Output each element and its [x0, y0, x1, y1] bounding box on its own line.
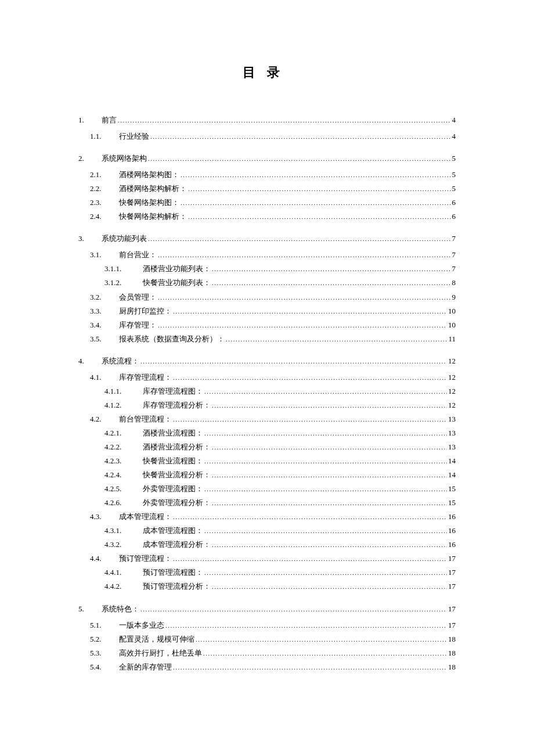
- toc-page-number: 17: [448, 618, 456, 632]
- toc-entry[interactable]: 5.2.配置灵活，规模可伸缩18: [78, 632, 456, 646]
- toc-entry[interactable]: 4.1.库存管理流程：12: [78, 370, 456, 384]
- toc-entry[interactable]: 3.2.会员管理：9: [78, 290, 456, 304]
- toc-dots: [118, 114, 451, 126]
- toc-entry-number: 2.4.: [90, 210, 119, 224]
- toc-entry[interactable]: 4.2.2.酒楼营业流程分析：13: [78, 440, 456, 454]
- toc-entry-number: 4.2.1.: [104, 426, 143, 440]
- toc-page-number: 18: [448, 632, 456, 646]
- toc-dots: [173, 553, 447, 564]
- toc-page-number: 8: [452, 276, 456, 290]
- toc-dots: [173, 305, 447, 317]
- toc-entry[interactable]: 4.4.预订管理流程：17: [78, 552, 456, 566]
- toc-entry[interactable]: 5.4.全新的库存管理18: [78, 660, 456, 674]
- toc-entry-label: 4.2.3.快餐营业流程图：: [104, 454, 203, 468]
- toc-entry-number: 4.3.2.: [104, 538, 143, 552]
- toc-entry[interactable]: 4.2.前台管理流程：13: [78, 412, 456, 426]
- toc-page-number: 12: [448, 370, 456, 384]
- toc-entry-label: 2.4.快餐网络架构解析：: [90, 210, 187, 224]
- toc-entry[interactable]: 5.1.一版本多业态17: [78, 618, 456, 632]
- toc-entry-number: 3.3.: [90, 304, 119, 318]
- toc-dots: [158, 319, 447, 331]
- toc-dots: [204, 386, 447, 397]
- toc-entry-label: 3.系统功能列表: [78, 232, 147, 246]
- toc-entry-text: 外卖管理流程分析：: [143, 498, 211, 507]
- toc-entry[interactable]: 4.3.成本管理流程：16: [78, 510, 456, 524]
- toc-entry[interactable]: 2.系统网络架构5: [78, 152, 456, 165]
- toc-page-number: 12: [448, 398, 456, 412]
- toc-entry[interactable]: 4.2.1.酒楼营业流程图：13: [78, 426, 456, 440]
- toc-entry[interactable]: 4.2.3.快餐营业流程图：14: [78, 454, 456, 468]
- toc-dots: [140, 355, 447, 367]
- toc-entry-number: 4.1.1.: [104, 384, 143, 398]
- toc-entry-label: 4.3.1.成本管理流程图：: [104, 524, 203, 538]
- toc-dots: [204, 427, 447, 439]
- toc-entry-number: 1.: [78, 113, 102, 127]
- toc-entry[interactable]: 3.1.1.酒楼营业功能列表：7: [78, 262, 456, 276]
- toc-list: 1.前言41.1.行业经验42.系统网络架构52.1.酒楼网络架构图：52.2.…: [78, 113, 456, 674]
- toc-entry[interactable]: 4.1.1.库存管理流程图：12: [78, 384, 456, 398]
- toc-entry-text: 系统网络架构: [102, 154, 147, 163]
- toc-entry[interactable]: 2.3.快餐网络架构图：6: [78, 196, 456, 210]
- toc-entry-number: 4.3.: [90, 510, 119, 524]
- toc-entry-label: 4.2.5.外卖管理流程图：: [104, 482, 203, 496]
- toc-entry-text: 系统流程：: [102, 357, 139, 365]
- toc-entry-text: 预订管理流程：: [119, 554, 172, 563]
- toc-entry[interactable]: 2.4.快餐网络架构解析：6: [78, 210, 456, 224]
- toc-page-number: 7: [452, 262, 456, 276]
- toc-dots: [212, 263, 451, 275]
- toc-entry-label: 3.1.1.酒楼营业功能列表：: [104, 262, 211, 276]
- toc-entry-text: 快餐营业功能列表：: [143, 278, 211, 287]
- toc-entry-text: 前台营业：: [119, 250, 157, 259]
- toc-entry[interactable]: 4.3.2.成本管理流程分析：16: [78, 538, 456, 552]
- toc-dots: [188, 183, 451, 195]
- toc-entry[interactable]: 3.3.厨房打印监控：10: [78, 304, 456, 318]
- toc-entry[interactable]: 4.3.1.成本管理流程图：16: [78, 524, 456, 538]
- toc-entry-label: 5.2.配置灵活，规模可伸缩: [90, 632, 194, 646]
- toc-entry-label: 5.3.高效并行厨打，杜绝丢单: [90, 646, 202, 660]
- toc-entry-text: 高效并行厨打，杜绝丢单: [119, 649, 202, 657]
- toc-entry[interactable]: 3.4.库存管理：10: [78, 318, 456, 332]
- toc-entry[interactable]: 5.3.高效并行厨打，杜绝丢单18: [78, 646, 456, 660]
- toc-entry-label: 2.1.酒楼网络架构图：: [90, 168, 179, 182]
- toc-page-number: 7: [452, 248, 456, 262]
- toc-entry-number: 4.4.1.: [104, 566, 143, 579]
- toc-entry[interactable]: 3.1.前台营业：7: [78, 248, 456, 262]
- toc-entry-text: 厨房打印监控：: [119, 307, 172, 315]
- toc-entry-label: 4.3.成本管理流程：: [90, 510, 172, 524]
- toc-entry-text: 酒楼营业流程图：: [143, 429, 203, 437]
- toc-entry-number: 4.2.5.: [104, 482, 143, 496]
- toc-page-number: 10: [448, 318, 456, 332]
- toc-entry[interactable]: 2.2.酒楼网络架构解析：5: [78, 182, 456, 196]
- toc-entry[interactable]: 3.1.2.快餐营业功能列表：8: [78, 276, 456, 290]
- toc-entry-text: 酒楼营业功能列表：: [143, 264, 211, 273]
- toc-entry[interactable]: 4.4.2.预订管理流程分析：17: [78, 579, 456, 593]
- toc-entry[interactable]: 4.4.1.预订管理流程图：17: [78, 566, 456, 579]
- toc-dots: [173, 413, 447, 425]
- toc-entry-number: 4.: [78, 354, 102, 368]
- toc-entry[interactable]: 5.系统特色：17: [78, 602, 456, 616]
- toc-entry-number: 2.3.: [90, 196, 119, 210]
- toc-page-number: 13: [448, 426, 456, 440]
- toc-entry[interactable]: 1.前言4: [78, 113, 456, 127]
- toc-page-number: 18: [448, 660, 456, 674]
- toc-entry-text: 酒楼网络架构图：: [119, 170, 179, 179]
- toc-entry[interactable]: 4.2.6.外卖管理流程分析：15: [78, 496, 456, 510]
- toc-entry[interactable]: 4.系统流程：12: [78, 354, 456, 368]
- toc-entry[interactable]: 4.2.4.快餐营业流程分析：14: [78, 468, 456, 482]
- toc-dots: [204, 455, 447, 467]
- toc-entry[interactable]: 3.5.报表系统（数据查询及分析）：11: [78, 332, 456, 346]
- toc-entry[interactable]: 1.1.行业经验4: [78, 129, 456, 143]
- toc-page-number: 14: [448, 468, 456, 482]
- toc-entry-label: 3.3.厨房打印监控：: [90, 304, 172, 318]
- toc-dots: [158, 249, 451, 261]
- toc-page-number: 13: [448, 440, 456, 454]
- toc-dots: [181, 169, 451, 181]
- toc-dots: [140, 603, 447, 615]
- toc-entry[interactable]: 2.1.酒楼网络架构图：5: [78, 168, 456, 182]
- toc-page-number: 4: [452, 129, 456, 143]
- toc-dots: [204, 567, 447, 578]
- toc-entry[interactable]: 3.系统功能列表7: [78, 232, 456, 246]
- toc-page-number: 14: [448, 454, 456, 468]
- toc-entry[interactable]: 4.2.5.外卖管理流程图：15: [78, 482, 456, 496]
- toc-entry[interactable]: 4.1.2.库存管理流程分析：12: [78, 398, 456, 412]
